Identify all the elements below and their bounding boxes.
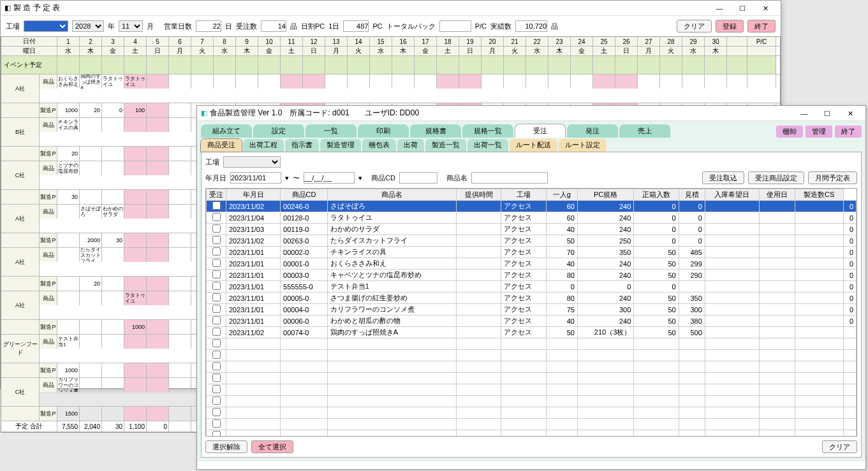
- table-row[interactable]: 2023/11/0100003-0キャベツとツナの塩昆布炒めアクセス802405…: [207, 270, 857, 281]
- bizdays-input[interactable]: [196, 20, 221, 32]
- tab-7[interactable]: 発注: [567, 124, 618, 138]
- tab-0[interactable]: 組み立て: [201, 124, 252, 138]
- clear-button[interactable]: クリア: [677, 20, 712, 33]
- row-checkbox[interactable]: [212, 316, 221, 324]
- col-header[interactable]: PC規格: [577, 189, 633, 201]
- table-row[interactable]: 2023/11/0200074-0鶏肉のすっぱ照焼きAアクセス50210（3枚）…: [207, 327, 857, 338]
- col-header[interactable]: 使用日: [759, 189, 795, 201]
- row-checkbox[interactable]: [212, 224, 221, 233]
- row-checkbox[interactable]: [212, 305, 221, 313]
- row-checkbox[interactable]: [212, 293, 221, 301]
- orders-grid[interactable]: 受注年月日商品CD商品名提供時間工場一人gPC規格正箱入数見積入庫希望日使用日製…: [205, 188, 857, 437]
- table-row[interactable]: [207, 338, 857, 350]
- tab-2[interactable]: 一覧: [305, 124, 357, 138]
- dailypc-input[interactable]: [343, 20, 369, 32]
- month-select[interactable]: 11: [119, 20, 143, 32]
- productcd-input[interactable]: [399, 172, 438, 184]
- tab-1[interactable]: 設定: [253, 124, 304, 138]
- tab-4[interactable]: 規格書: [410, 124, 461, 138]
- col-header[interactable]: 年月日: [226, 189, 281, 201]
- row-checkbox[interactable]: [212, 408, 221, 416]
- dropdown-icon[interactable]: ▾: [285, 174, 289, 182]
- table-row[interactable]: [207, 350, 857, 361]
- subtab-5[interactable]: 出荷: [397, 139, 424, 152]
- col-header[interactable]: 正箱入数: [634, 189, 679, 201]
- tab-3[interactable]: 印刷: [358, 124, 409, 138]
- subtab-9[interactable]: ルート設定: [559, 139, 607, 152]
- subtab-0[interactable]: 商品受注: [201, 139, 242, 152]
- maximize-button[interactable]: ☐: [731, 1, 754, 15]
- subtab-3[interactable]: 製造管理: [320, 139, 361, 152]
- row-checkbox[interactable]: [212, 270, 221, 279]
- row-checkbox[interactable]: [212, 373, 221, 382]
- table-row[interactable]: [207, 430, 857, 437]
- productname-input[interactable]: [471, 172, 548, 184]
- maximize-button[interactable]: ☐: [816, 106, 839, 120]
- col-header[interactable]: 見積: [679, 189, 705, 201]
- date-from-input[interactable]: [230, 172, 281, 184]
- factory-select[interactable]: [223, 156, 281, 168]
- product-settings-button[interactable]: 受注商品設定: [748, 171, 804, 184]
- col-header[interactable]: 入庫希望日: [705, 189, 759, 201]
- subtab-4[interactable]: 梱包表: [362, 139, 396, 152]
- table-row[interactable]: 2023/11/0100002-0チキンライスの具アクセス70350504850: [207, 247, 857, 258]
- import-orders-button[interactable]: 受注取込: [702, 171, 744, 184]
- row-checkbox[interactable]: [212, 213, 221, 221]
- table-row[interactable]: 2023/11/0100001-0おくらささみ和えアクセス40240502990: [207, 258, 857, 270]
- row-checkbox[interactable]: [212, 396, 221, 405]
- kanri-button[interactable]: 管理: [805, 126, 832, 138]
- col-header[interactable]: 受注: [207, 189, 226, 201]
- year-select[interactable]: 2028: [72, 20, 104, 32]
- col-header[interactable]: 商品名: [327, 189, 456, 201]
- table-row[interactable]: [207, 373, 857, 384]
- col-header[interactable]: 提供時間: [456, 189, 501, 201]
- minimize-button[interactable]: ―: [708, 1, 731, 15]
- table-row[interactable]: [207, 419, 857, 430]
- col-header[interactable]: 商品CD: [281, 189, 328, 201]
- row-checkbox[interactable]: [212, 201, 221, 210]
- date-to-input[interactable]: [304, 172, 355, 184]
- col-header[interactable]: 一人g: [546, 189, 577, 201]
- table-row[interactable]: 2023/11/0200246-0さばそぼろアクセス60240000: [207, 201, 857, 212]
- row-checkbox[interactable]: [212, 339, 221, 347]
- subtab-1[interactable]: 出荷工程: [243, 139, 284, 152]
- subtab-7[interactable]: 出荷一覧: [467, 139, 508, 152]
- tab-6[interactable]: 受注: [515, 124, 566, 138]
- tab-8[interactable]: 売上: [619, 124, 670, 138]
- col-header[interactable]: 工場: [501, 189, 546, 201]
- minimize-button[interactable]: ―: [793, 106, 816, 120]
- factory-select[interactable]: [24, 20, 68, 32]
- table-row[interactable]: 2023/11/0400128-0ラタトゥイユアクセス60240000: [207, 212, 857, 224]
- subtab-6[interactable]: 製造一覧: [425, 139, 466, 152]
- end-button[interactable]: 終了: [835, 126, 862, 138]
- dropdown-icon[interactable]: ▾: [358, 174, 362, 182]
- tana-button[interactable]: 棚卸: [776, 126, 803, 138]
- clear-button[interactable]: クリア: [822, 440, 857, 453]
- table-row[interactable]: 2023/11/0200263-0たらダイスカットフライアクセス50250000: [207, 235, 857, 247]
- table-row[interactable]: [207, 407, 857, 419]
- row-checkbox[interactable]: [212, 247, 221, 256]
- totalpack-input[interactable]: [439, 20, 471, 32]
- table-row[interactable]: 2023/11/01555555-0テスト弁当1アクセス0000: [207, 281, 857, 293]
- col-header[interactable]: 製造数CS: [795, 189, 843, 201]
- table-row[interactable]: [207, 361, 857, 373]
- row-checkbox[interactable]: [212, 236, 221, 244]
- row-checkbox[interactable]: [212, 431, 221, 437]
- close-button[interactable]: ✕: [754, 1, 777, 15]
- subtab-8[interactable]: ルート配送: [510, 139, 557, 152]
- row-checkbox[interactable]: [212, 259, 221, 267]
- end-button[interactable]: 終了: [747, 20, 776, 33]
- selectall-button[interactable]: 全て選択: [251, 440, 293, 453]
- table-row[interactable]: 2023/11/0100006-0わかめと胡瓜の酢の物アクセス402405038…: [207, 315, 857, 327]
- row-checkbox[interactable]: [212, 328, 221, 336]
- table-row[interactable]: [207, 396, 857, 407]
- monthly-schedule-button[interactable]: 月間予定表: [808, 171, 857, 184]
- orders-input[interactable]: [261, 20, 286, 32]
- actual-input[interactable]: [515, 20, 547, 32]
- close-button[interactable]: ✕: [839, 106, 862, 120]
- table-row[interactable]: [207, 384, 857, 396]
- row-checkbox[interactable]: [212, 419, 221, 428]
- tab-5[interactable]: 規格一覧: [462, 124, 513, 138]
- table-row[interactable]: 2023/11/0100005-0さつま揚げの紅生姜炒めアクセス80240503…: [207, 293, 857, 304]
- register-button[interactable]: 登録: [716, 20, 744, 33]
